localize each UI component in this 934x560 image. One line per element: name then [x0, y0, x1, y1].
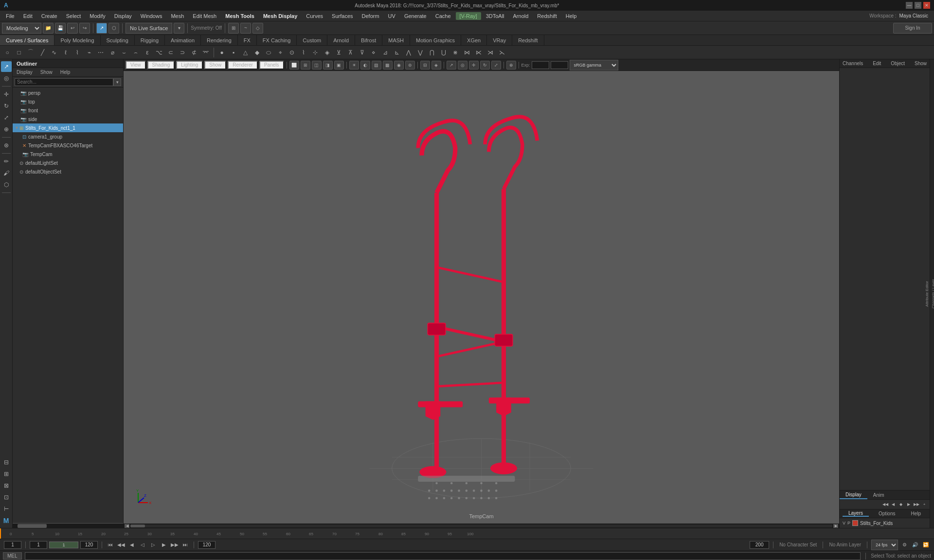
vp-btn-dof[interactable]: ◉	[394, 61, 404, 70]
list-item[interactable]: ⊙ defaultLightSet	[13, 158, 123, 167]
toolbar-btn-1[interactable]: 📁	[43, 23, 54, 34]
menu-item-generate[interactable]: Generate	[400, 12, 431, 20]
gamma-field[interactable]: 1.00	[551, 61, 568, 69]
vp-tab-view[interactable]: View	[126, 61, 146, 70]
list-item[interactable]: ✕ TempCamFBXASCO46Target	[13, 141, 123, 150]
menu-item-3dtoall[interactable]: 3DToAll	[482, 12, 508, 20]
minimize-button[interactable]: —	[906, 2, 913, 9]
list-item[interactable]: 📷 persp	[13, 88, 123, 97]
pb-play-fwd[interactable]: ▷	[149, 541, 158, 549]
menu-item-select[interactable]: Select	[62, 12, 85, 20]
outliner-scroll-thumb[interactable]	[18, 524, 47, 528]
vp-scroll-right[interactable]: ▶	[833, 524, 838, 528]
vp-btn-rotate[interactable]: ↻	[480, 61, 490, 70]
paint-select-btn[interactable]: ◎	[1, 73, 12, 84]
viewport-canvas[interactable]: front	[124, 71, 839, 523]
layer-p[interactable]: P	[847, 521, 850, 525]
icon-curve9[interactable]: ⌢	[130, 47, 141, 58]
timeline-range-bar[interactable]: 1	[49, 542, 78, 548]
show-tab[interactable]: Show	[915, 61, 927, 66]
icon-curve2[interactable]: ∿	[49, 47, 59, 58]
pb-go-end[interactable]: ⏭	[181, 541, 190, 549]
mel-label[interactable]: MEL	[3, 552, 22, 560]
layer-ctrl-5[interactable]: ▶▶	[913, 501, 920, 508]
icon-nurbs4[interactable]: ⊻	[333, 47, 344, 58]
close-button[interactable]: ✕	[923, 2, 930, 9]
vp-tab-renderer[interactable]: Renderer	[228, 61, 258, 70]
select-tool-btn[interactable]: ↗	[96, 23, 107, 34]
layer-ctrl-1[interactable]: ◀◀	[882, 501, 889, 508]
menu-item-modify[interactable]: Modify	[86, 12, 109, 20]
icon-nurbs9[interactable]: ⊾	[392, 47, 402, 58]
soft-select-btn[interactable]: ⊛	[1, 140, 12, 151]
menu-item-uv[interactable]: UV	[384, 12, 399, 20]
lasso-tool-btn[interactable]: ⬡	[108, 23, 119, 34]
list-item[interactable]: ▼ ⊞ Stilts_For_Kids_nct1_1	[13, 123, 123, 132]
fps-dropdown[interactable]: 24 fps 30 fps 60 fps	[871, 540, 898, 550]
vp-btn-xray[interactable]: ◈	[431, 61, 441, 70]
menu-item-curves[interactable]: Curves	[302, 12, 327, 20]
menu-item-mesh-display[interactable]: Mesh Display	[259, 12, 301, 20]
vp-btn-mb[interactable]: ⊜	[405, 61, 415, 70]
icon-curve12[interactable]: ⊂	[165, 47, 176, 58]
tab-xgen[interactable]: XGen	[461, 35, 487, 45]
menu-item-mesh-tools[interactable]: Mesh Tools	[221, 12, 258, 20]
icon-curve3[interactable]: ℓ	[60, 47, 71, 58]
pb-step-back[interactable]: ◀◀	[117, 541, 126, 549]
icon-ellipse[interactable]: ⬭	[263, 47, 274, 58]
tab-animation[interactable]: Animation	[165, 35, 201, 45]
icon-cube[interactable]: ▪	[228, 47, 239, 58]
icon-curve8[interactable]: ⌣	[119, 47, 129, 58]
layer-btn-3[interactable]: ⊠	[1, 480, 12, 491]
icon-cone[interactable]: △	[240, 47, 251, 58]
tab-custom[interactable]: Custom	[297, 35, 327, 45]
icon-nurbs18[interactable]: ⋋	[497, 47, 507, 58]
icon-nurbs11[interactable]: ⋁	[415, 47, 426, 58]
vp-btn-move[interactable]: ✛	[469, 61, 479, 70]
menu-item-cache[interactable]: Cache	[431, 12, 455, 20]
list-item[interactable]: ⊙ defaultObjectSet	[13, 167, 123, 176]
icon-nurbs16[interactable]: ⋉	[473, 47, 484, 58]
search-input[interactable]	[15, 78, 113, 86]
vp-hscroll[interactable]: ◀ ▶	[124, 523, 839, 528]
anim-max-field[interactable]	[750, 541, 769, 549]
tab-arnold[interactable]: Arnold	[327, 35, 355, 45]
vp-btn-scale[interactable]: ⤢	[491, 61, 501, 70]
channels-tab[interactable]: Channels	[843, 61, 863, 66]
icon-curve15[interactable]: ⌤	[200, 47, 211, 58]
menu-item-deform[interactable]: Deform	[358, 12, 383, 20]
move-btn[interactable]: ✛	[1, 89, 12, 100]
icon-nurbs13[interactable]: ⋃	[438, 47, 449, 58]
vp-btn-shade[interactable]: ◨	[323, 61, 333, 70]
timeline[interactable]: 0 5 10 15 20 25 30 35 40 45 50 55 60 65 …	[0, 528, 934, 539]
menu-item-help[interactable]: Help	[562, 12, 581, 20]
outliner-tab-show[interactable]: Show	[36, 68, 56, 76]
pb-prev-key[interactable]: ◀	[127, 541, 136, 549]
layer-ctrl-2[interactable]: ◀	[890, 501, 897, 508]
icon-cylinder[interactable]: ⌖	[275, 47, 286, 58]
current-frame-field[interactable]	[4, 541, 21, 549]
pb-prefs[interactable]: ⚙	[900, 541, 909, 549]
tab-rigging[interactable]: Rigging	[135, 35, 165, 45]
menu-item-display[interactable]: Display	[110, 12, 136, 20]
tab-bifrost[interactable]: Bifrost	[355, 35, 382, 45]
icon-nurbs2[interactable]: ⊹	[310, 47, 321, 58]
toolbar-btn-2[interactable]: 💾	[55, 23, 66, 34]
icon-curve11[interactable]: ⌥	[154, 47, 164, 58]
vp-btn-wire[interactable]: ◫	[312, 61, 322, 70]
vp-btn-camera[interactable]: ⬜	[289, 61, 299, 70]
list-item[interactable]: 📷 side	[13, 115, 123, 123]
layer-ctrl-6[interactable]: +	[921, 501, 928, 508]
icon-nurbs3[interactable]: ◈	[322, 47, 332, 58]
object-tab[interactable]: Object	[891, 61, 905, 66]
select-btn[interactable]: ↗	[1, 61, 12, 72]
icon-curve14[interactable]: ⊄	[189, 47, 199, 58]
anim-tab[interactable]: Anim	[867, 490, 890, 499]
icon-nurbs17[interactable]: ⋊	[485, 47, 496, 58]
vp-tab-show[interactable]: Show	[204, 61, 226, 70]
icon-curve6[interactable]: ⋯	[95, 47, 106, 58]
tab-mash[interactable]: MASH	[382, 35, 410, 45]
options-tab[interactable]: Options	[873, 511, 901, 516]
tab-rendering[interactable]: Rendering	[201, 35, 238, 45]
icon-nurbs12[interactable]: ⋂	[427, 47, 437, 58]
